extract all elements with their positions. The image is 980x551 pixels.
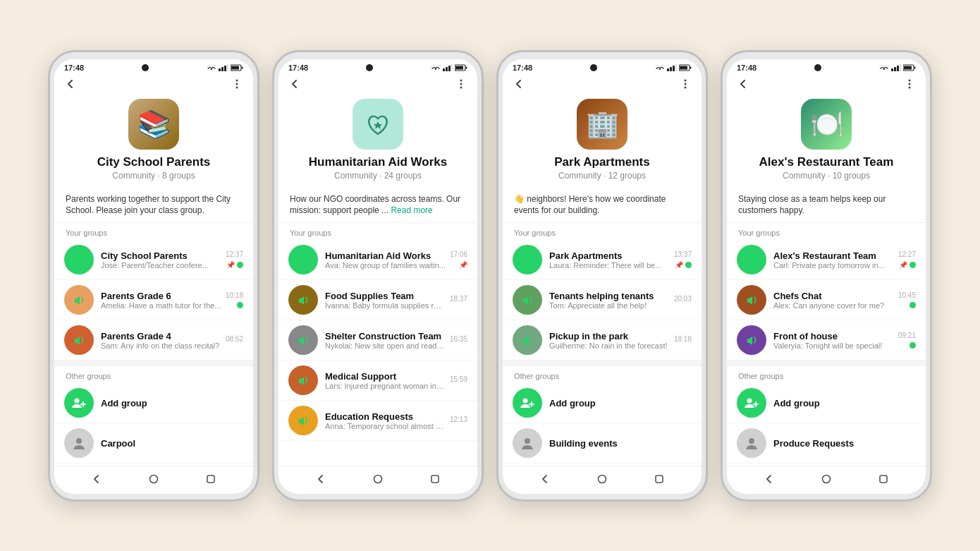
status-bar: 17:48 (54, 59, 253, 73)
group-time: 10:45 (898, 291, 916, 299)
nav-home-button[interactable] (370, 471, 386, 487)
other-group-item-0[interactable]: Add group (727, 383, 926, 423)
group-text: City School Parents José: Parent/Teacher… (101, 250, 221, 270)
back-button[interactable] (64, 78, 77, 93)
svg-rect-44 (891, 68, 893, 71)
time-label: 17:48 (288, 63, 308, 72)
community-avatar: 📚 (128, 99, 179, 150)
group-item-4[interactable]: Education Requests Anna: Temporary schoo… (278, 401, 477, 441)
nav-recents-button[interactable] (876, 471, 891, 487)
group-icon (288, 406, 318, 435)
nav-back-button[interactable] (89, 471, 104, 487)
other-group-item-1[interactable]: Building events (503, 423, 702, 464)
group-status: 📌 (899, 261, 916, 269)
group-list: Your groups City School Parents José: Pa… (54, 223, 253, 465)
read-more-link[interactable]: Read more (391, 205, 432, 215)
other-group-item-0[interactable]: Add group (503, 383, 702, 423)
nav-home-button[interactable] (146, 471, 161, 487)
group-time: 08:52 (226, 335, 243, 343)
svg-rect-30 (673, 66, 675, 71)
section-divider (54, 361, 253, 366)
group-preview: Alex: Can anyone cover for me? (773, 301, 894, 310)
group-right: 17:06 📌 (450, 250, 467, 269)
group-list: Your groups Humanitarian Aid Works Ava: … (278, 223, 477, 465)
online-indicator (909, 262, 916, 268)
time-label: 17:48 (737, 63, 757, 72)
svg-rect-59 (880, 476, 887, 483)
nav-recents-button[interactable] (651, 471, 667, 487)
more-button[interactable] (679, 78, 692, 93)
more-button[interactable] (903, 78, 916, 93)
group-name: Park Apartments (549, 250, 670, 261)
group-preview: Laura: Reminder: There will be... (549, 261, 670, 270)
group-item-0[interactable]: Park Apartments Laura: Reminder: There w… (503, 240, 702, 280)
group-list: Your groups Alex's Restaurant Team Carl:… (727, 223, 926, 465)
group-item-1[interactable]: Chefs Chat Alex: Can anyone cover for me… (727, 280, 926, 320)
back-button[interactable] (513, 78, 525, 93)
svg-rect-34 (690, 66, 691, 68)
group-item-1[interactable]: Tenants helping tenants Tom: Appreciate … (503, 280, 702, 320)
group-item-1[interactable]: Parents Grade 6 Amelia: Have a math tuto… (54, 280, 253, 320)
community-avatar (353, 99, 403, 150)
other-group-icon (64, 428, 94, 458)
svg-rect-43 (656, 476, 663, 483)
svg-point-35 (685, 79, 687, 81)
group-text: Education Requests Anna: Temporary schoo… (325, 411, 446, 430)
group-item-2[interactable]: Shelter Construction Team Nykolai: New s… (278, 320, 477, 361)
group-right: 09:21 (898, 332, 916, 349)
other-group-item-0[interactable]: Add group (54, 383, 253, 423)
group-item-2[interactable]: Pickup in the park Guilherme: No rain in… (503, 320, 702, 361)
group-time: 12:13 (450, 416, 467, 423)
group-right: 20:03 (674, 295, 692, 305)
group-item-2[interactable]: Front of house Valeryia: Tonight will be… (727, 320, 926, 361)
more-button[interactable] (231, 78, 243, 93)
group-icon (288, 285, 318, 315)
group-text: Humanitarian Aid Works Ava: New group of… (325, 250, 446, 270)
nav-home-button[interactable] (594, 471, 610, 487)
other-group-item-1[interactable]: Produce Requests (727, 423, 926, 464)
svg-point-8 (236, 83, 238, 85)
bottom-nav-bar (278, 466, 477, 494)
svg-point-58 (822, 475, 830, 483)
community-description: How our NGO coordinates across teams. Ou… (278, 188, 477, 224)
nav-recents-button[interactable] (203, 471, 219, 487)
back-button[interactable] (737, 78, 749, 93)
group-item-0[interactable]: City School Parents José: Parent/Teacher… (54, 240, 253, 280)
group-icon (288, 245, 318, 274)
group-text: Park Apartments Laura: Reminder: There w… (549, 250, 670, 270)
pin-icon: 📌 (459, 261, 467, 269)
group-name: Shelter Construction Team (325, 331, 446, 341)
community-meta: Community · 24 groups (334, 171, 422, 181)
nav-back-button[interactable] (537, 471, 553, 487)
nav-recents-button[interactable] (427, 471, 443, 487)
group-time: 18:37 (450, 295, 467, 303)
more-button[interactable] (455, 78, 467, 93)
camera-notch (366, 64, 373, 71)
group-item-0[interactable]: Humanitarian Aid Works Ava: New group of… (278, 240, 477, 280)
pin-icon: 📌 (226, 261, 235, 269)
svg-rect-0 (219, 68, 221, 71)
nav-back-button[interactable] (313, 471, 329, 487)
group-name: Building events (549, 438, 692, 449)
svg-rect-1 (221, 67, 223, 71)
status-bar: 17:48 (503, 59, 702, 73)
nav-home-button[interactable] (819, 471, 834, 487)
community-meta: Community · 8 groups (112, 171, 195, 181)
group-item-1[interactable]: Food Supplies Team Ivanna: Baby formula … (278, 280, 477, 320)
add-group-icon (64, 388, 94, 418)
online-indicator (909, 302, 916, 308)
group-item-3[interactable]: Medical Support Lars: Injured pregnant w… (278, 361, 477, 401)
back-button[interactable] (288, 78, 301, 93)
your-groups-label: Your groups (727, 223, 926, 240)
group-right: 08:52 (226, 335, 243, 346)
svg-rect-49 (904, 66, 912, 69)
other-group-item-1[interactable]: Carpool (54, 423, 253, 464)
nav-back-button[interactable] (761, 471, 777, 487)
group-text: Chefs Chat Alex: Can anyone cover for me… (773, 291, 894, 310)
group-item-2[interactable]: Parents Grade 4 Sam: Any info on the cla… (54, 320, 253, 361)
svg-point-38 (523, 399, 528, 404)
group-icon (513, 325, 542, 355)
group-item-0[interactable]: Alex's Restaurant Team Carl: Private par… (727, 240, 926, 280)
group-name: Medical Support (325, 371, 446, 382)
svg-point-25 (460, 86, 463, 88)
